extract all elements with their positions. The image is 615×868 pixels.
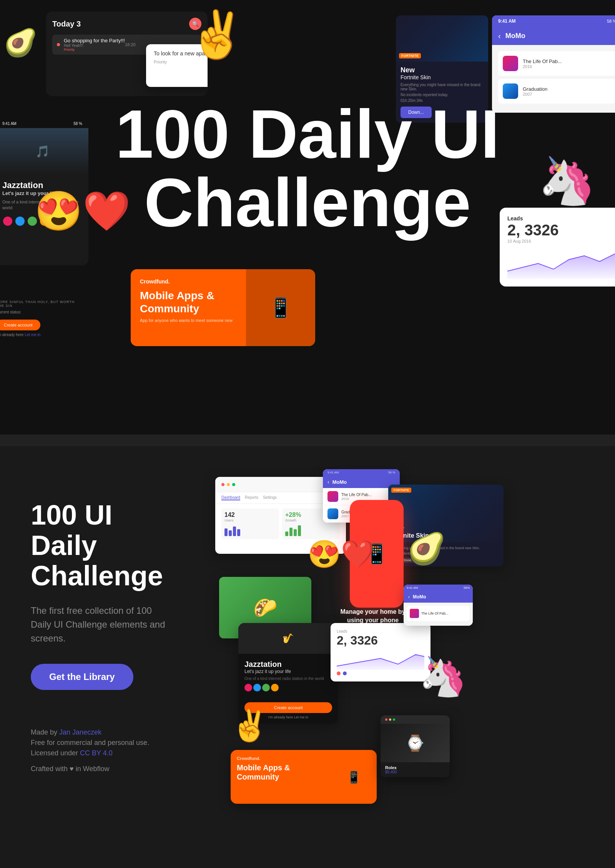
mini-crowd-logo: Crowdfund. xyxy=(237,756,324,761)
momo-statusbar: 9:41 AM 58 % xyxy=(492,15,615,27)
mini-momo-name-1: The Life Of Pab... xyxy=(341,493,371,497)
mini-momo2-time: 9:41 AM xyxy=(407,586,418,590)
mini-jazz-av-4 xyxy=(271,684,279,691)
momo-avatar-1 xyxy=(503,56,518,71)
dash-bars-1 xyxy=(224,525,276,536)
leads-number: 2, 3326 xyxy=(507,222,615,239)
mini-crowd-title: Mobile Apps & Community xyxy=(237,763,324,781)
mini-momo2-title: MoMo xyxy=(413,594,426,600)
fortnite-description: Everything you might have missed in the … xyxy=(401,83,484,91)
mini-crowd-right: 📱 xyxy=(331,750,377,804)
info-crafted: Crafted with ♥ in Webflow xyxy=(31,765,169,773)
mini-momo-battery: 58 % xyxy=(388,471,395,474)
leads-title: Leads xyxy=(507,215,615,222)
mini-leads-chart xyxy=(337,651,424,670)
mini-avocado-emoji: 🥑 xyxy=(407,531,446,567)
jazz-status-time: 9:41 AM xyxy=(2,122,17,126)
avocado-emoji: 🥑 xyxy=(4,27,37,58)
mini-leads-dots xyxy=(337,671,424,675)
login-let-me-in-link[interactable]: Let me in xyxy=(25,333,40,337)
rolex-name: Rolex xyxy=(385,765,445,770)
mini-grid: Dashboard Reports Settings 142 Users xyxy=(215,461,600,865)
mini-leads-number: 2, 3326 xyxy=(337,633,424,648)
info-description: The first free collection of 100 Daily U… xyxy=(31,604,169,645)
mini-momo-title: MoMo xyxy=(332,479,347,485)
mini-jazz-tagline: Let's jazz it up your life xyxy=(244,669,332,674)
jazz-statusbar: 9:41 AM 58 % xyxy=(0,119,88,128)
get-library-button[interactable]: Get the Library xyxy=(31,664,133,690)
todo-item-1-sub: Hell Yeah!!! xyxy=(64,43,125,48)
mini-leads-dot-red xyxy=(337,671,341,675)
mini-leads-label: Leads xyxy=(337,629,424,633)
todo-mockup: Today 3 🔍 Go shopping for the Party!!! H… xyxy=(46,12,208,96)
unicorn-emoji: 🦄 xyxy=(538,154,596,208)
section-divider xyxy=(0,435,615,446)
mini-crowdfund: Crowdfund. Mobile Apps & Community 📱 xyxy=(231,750,377,804)
mini-momo-back-icon[interactable]: ‹ xyxy=(327,479,329,485)
momo-row-1-year: 2016 xyxy=(523,64,562,69)
info-right-panel: Dashboard Reports Settings 142 Users xyxy=(200,446,615,868)
momo-row-2-year: 2007 xyxy=(523,92,547,97)
mini-momo-time: 9:41 AM xyxy=(327,471,339,474)
hero-title: 100 Daily UI Challenge xyxy=(115,100,499,237)
dash-bar xyxy=(237,529,240,536)
license-link[interactable]: CC BY 4.0 xyxy=(80,749,113,757)
fortnite-new-label: New xyxy=(401,66,484,74)
dash-bar xyxy=(289,528,293,536)
jazz-avatar-1 xyxy=(2,216,13,227)
fortnite-badge: FORTNITE xyxy=(399,53,421,58)
crowd-description: App for anyone who wants to meet someone… xyxy=(140,318,237,323)
info-meta: Made by Jan Janeczek Free for commercial… xyxy=(31,728,169,757)
mini-leads: Leads 2, 3326 xyxy=(331,623,430,681)
mini-jazz-title: Jazztation xyxy=(244,660,332,669)
rolex-info: Rolex $9,400 xyxy=(381,762,450,777)
dash-nav-item-3[interactable]: Settings xyxy=(263,495,277,500)
crowd-logo: Crowdfund. xyxy=(140,278,237,285)
rolex-dot-red xyxy=(385,718,387,721)
peace-emoji: ✌️ xyxy=(188,8,246,62)
mini-leads-dot-purple xyxy=(343,671,347,675)
login-create-account-button[interactable]: Create account xyxy=(0,320,40,330)
leads-mockup: Leads 2, 3326 10 Aug 2016 xyxy=(500,208,615,287)
dash-bar xyxy=(294,529,297,536)
mini-fortnite-info: Everything you might have missed in the … xyxy=(388,542,504,566)
mini-momo2-content: The Life Of Pab... xyxy=(404,603,473,626)
rolex-price: $9,400 xyxy=(385,770,445,774)
rolex-image: ⌚ xyxy=(381,724,450,762)
crafted-text: Crafted with ♥ in Webflow xyxy=(31,765,109,773)
leads-chart xyxy=(507,248,615,279)
todo-dot xyxy=(57,43,60,46)
info-left-panel: 100 UI Daily Challenge The first free co… xyxy=(0,446,200,868)
mini-momo2-back-icon[interactable]: ‹ xyxy=(408,594,410,600)
crowd-title: Mobile Apps & Community xyxy=(140,289,237,315)
info-free-use: Free for commercial and personal use. xyxy=(31,739,169,747)
momo-mockup: 9:41 AM 58 % ‹ MoMo The Life Of Pab... 2… xyxy=(492,15,615,113)
dash-nav-item-2[interactable]: Reports xyxy=(245,495,258,500)
mini-jazz-header: 🎷 xyxy=(238,623,338,654)
mini-jazz-avatars xyxy=(244,684,332,691)
momo-row-1-name: The Life Of Pab... xyxy=(523,58,562,64)
momo-content: The Life Of Pab... 2016 Graduation 2007 xyxy=(492,45,615,113)
mini-crowd-left: Crowdfund. Mobile Apps & Community xyxy=(231,750,331,804)
mini-fortnite: FORTNITE NewFortnite Skin Everything you… xyxy=(388,485,504,566)
mini-fortnite-image: FORTNITE NewFortnite Skin xyxy=(388,485,504,542)
momo-back-icon[interactable]: ‹ xyxy=(498,32,501,40)
momo-header: ‹ MoMo xyxy=(492,27,615,45)
fortnite-image: FORTNITE xyxy=(396,15,488,62)
dash-nav-item-1[interactable]: Dashboard xyxy=(221,495,240,500)
dash-bar xyxy=(233,526,236,536)
license-label: Licensed under xyxy=(31,749,80,757)
mini-rolex: ⌚ Rolex $9,400 xyxy=(381,715,450,777)
momo-row-2: Graduation 2007 xyxy=(498,79,615,103)
rolex-dot-green xyxy=(393,718,395,721)
mini-momo2: 9:41 AM 58% ‹ MoMo The Life Of Pab... xyxy=(404,585,473,626)
hero-title-line1: 100 Daily UI xyxy=(115,100,499,168)
todo-item-1-text: Go shopping for the Party!!! xyxy=(64,38,125,43)
dash-bars-2 xyxy=(285,525,337,536)
login-link: I'm already here Let me in xyxy=(0,333,81,337)
made-by-link[interactable]: Jan Janeczek xyxy=(59,728,101,736)
crowd-left: Crowdfund. Mobile Apps & Community App f… xyxy=(131,269,246,346)
mini-momo2-avatar xyxy=(410,609,419,618)
crowdfund-mockup: Crowdfund. Mobile Apps & Community App f… xyxy=(131,269,315,346)
dash-bar xyxy=(229,530,232,536)
